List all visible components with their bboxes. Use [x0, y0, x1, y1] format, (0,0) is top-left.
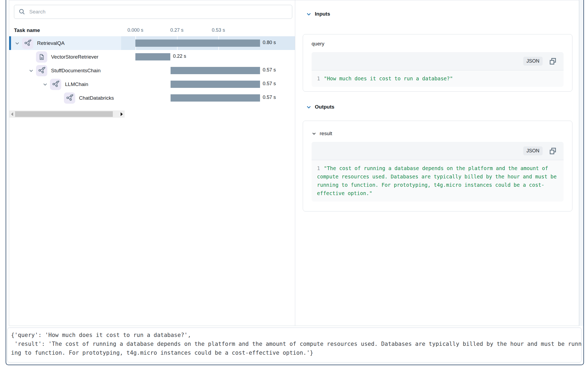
query-card: query JSON 1"How much does it cost to ru…	[303, 34, 572, 92]
time-tick: 0.53 s	[212, 27, 225, 33]
timeline-axis: 0.000 s 0.27 s 0.53 s	[121, 26, 295, 36]
duration-bar[interactable]	[171, 81, 260, 88]
stdout-output-box: {'query': 'How much does it cost to run …	[7, 328, 582, 362]
copy-icon[interactable]	[549, 147, 557, 155]
result-field-name: result	[320, 131, 332, 136]
chain-icon	[36, 65, 47, 76]
expand-chevron-icon[interactable]	[12, 38, 22, 48]
document-icon	[36, 51, 47, 63]
duration-label: 0.80 s	[263, 40, 276, 45]
duration-label: 0.57 s	[263, 81, 276, 87]
json-format-badge[interactable]: JSON	[523, 146, 543, 155]
result-code: 1"The cost of running a database depends…	[312, 160, 564, 202]
task-tree-pane: Task name 0.000 s 0.27 s 0.53 s Retrieva…	[9, 0, 295, 326]
expand-chevron-icon[interactable]	[26, 66, 36, 76]
result-field-toggle[interactable]: result	[312, 131, 564, 136]
outputs-section-toggle[interactable]: Outputs	[306, 104, 334, 110]
scroll-right-arrow-icon[interactable]	[119, 110, 125, 118]
results-scroll-gutter[interactable]	[579, 0, 584, 326]
query-code: 1"How much does it cost to run a databas…	[312, 70, 564, 87]
task-row-chatdatabricks[interactable]: ChatDatabricks 0.57 s	[9, 91, 295, 105]
chain-icon	[50, 79, 61, 90]
search-input[interactable]	[29, 9, 292, 15]
chevron-down-icon	[306, 104, 312, 110]
result-card: result JSON 1"The cost of running a data…	[303, 121, 572, 211]
copy-icon[interactable]	[549, 57, 557, 66]
time-tick: 0.000 s	[127, 27, 143, 33]
search-box[interactable]	[14, 5, 292, 19]
expand-chevron-icon[interactable]	[40, 80, 50, 89]
duration-bar[interactable]	[171, 67, 260, 74]
json-format-badge[interactable]: JSON	[523, 57, 543, 66]
task-label: RetrievalQA	[37, 40, 64, 46]
duration-bar[interactable]	[171, 94, 260, 102]
task-label: ChatDatabricks	[79, 95, 114, 101]
task-row-stuffdocumentschain[interactable]: StuffDocumentsChain 0.57 s	[9, 64, 295, 77]
task-row-llmchain[interactable]: LLMChain 0.57 s	[9, 77, 295, 91]
task-row-vectorstoreretriever[interactable]: VectorStoreRetriever 0.22 s	[9, 50, 295, 64]
duration-label: 0.57 s	[263, 67, 276, 73]
chevron-down-icon	[312, 131, 316, 136]
outputs-section-title: Outputs	[315, 104, 334, 110]
span-details-pane: Inputs query JSON 1"How much do	[295, 0, 579, 326]
stdout-text: {'query': 'How much does it cost to run …	[11, 331, 581, 357]
task-label: VectorStoreRetriever	[51, 54, 98, 60]
task-label: LLMChain	[65, 81, 88, 87]
duration-bar[interactable]	[135, 53, 170, 60]
task-name-column-header: Task name	[14, 27, 40, 33]
chain-icon	[22, 38, 33, 49]
trace-viewer: Task name 0.000 s 0.27 s 0.53 s Retrieva…	[9, 0, 579, 326]
scrollbar-thumb[interactable]	[15, 111, 113, 117]
inputs-section-title: Inputs	[315, 11, 330, 17]
time-tick: 0.27 s	[170, 27, 183, 33]
duration-bar[interactable]	[135, 39, 260, 47]
search-icon	[19, 8, 26, 15]
tree-header: Task name 0.000 s 0.27 s 0.53 s	[9, 26, 295, 36]
duration-label: 0.22 s	[173, 53, 186, 59]
result-code-block: JSON 1"The cost of running a database de…	[312, 142, 564, 202]
duration-label: 0.57 s	[263, 95, 276, 100]
task-label: StuffDocumentsChain	[51, 68, 100, 74]
query-code-block: JSON 1"How much does it cost to run a da…	[312, 52, 564, 87]
chain-icon	[64, 92, 75, 104]
task-row-retrievalqa[interactable]: RetrievalQA 0.80 s	[9, 36, 295, 50]
task-rows: RetrievalQA 0.80 s VectorStoreRetriever	[9, 36, 295, 105]
horizontal-scrollbar[interactable]	[9, 110, 125, 118]
chevron-down-icon	[306, 11, 312, 17]
scroll-left-arrow-icon[interactable]	[9, 110, 15, 118]
inputs-section-toggle[interactable]: Inputs	[306, 11, 330, 17]
query-field-name: query	[312, 41, 564, 47]
